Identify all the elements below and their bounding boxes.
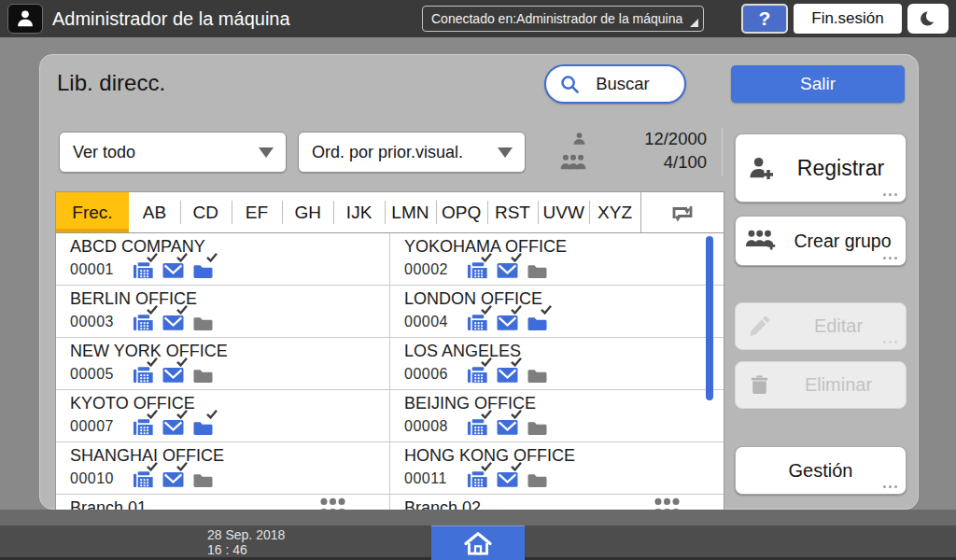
- destination-icons: [467, 364, 548, 384]
- exit-button[interactable]: Salir: [731, 65, 905, 103]
- help-button[interactable]: ?: [741, 4, 788, 34]
- tab-cd[interactable]: CD: [180, 192, 232, 232]
- fax-destination-icon: [467, 259, 488, 279]
- registered-check-icon: [481, 357, 492, 367]
- tab-xyz[interactable]: XYZ: [589, 192, 640, 232]
- tab-rst[interactable]: RST: [487, 192, 539, 232]
- fax-destination-icon: [467, 364, 488, 384]
- registered-check-icon: [176, 462, 188, 471]
- address-entry[interactable]: HONG KONG OFFICE00011: [390, 442, 724, 494]
- registrar-button[interactable]: Registrar: [735, 133, 907, 203]
- registered-check-icon: [147, 410, 158, 419]
- folder-destination-icon: [192, 416, 214, 436]
- entry-count: 12/2000: [644, 129, 707, 149]
- tab-frec[interactable]: Frec.: [56, 192, 129, 232]
- entry-number: 00003: [70, 314, 114, 330]
- exit-label: Salir: [800, 74, 836, 94]
- email-destination-icon: [162, 259, 184, 279]
- registered-check-icon: [481, 410, 492, 419]
- corner-expand-icon: [690, 19, 698, 27]
- address-entry[interactable]: BEIJING OFFICE00008: [390, 390, 724, 441]
- editar-button[interactable]: Editar: [735, 302, 907, 350]
- fax-destination-icon: [467, 469, 488, 488]
- tab-gh[interactable]: GH: [282, 192, 333, 232]
- sort-order-value: Ord. por prior.visual.: [312, 143, 498, 162]
- fax-destination-icon: [133, 364, 154, 384]
- session-dropdown[interactable]: Conectado en:Administrador de la máquina: [422, 6, 704, 32]
- destination-icons: [133, 364, 214, 384]
- view-filter-dropdown[interactable]: Ver todo: [59, 132, 287, 173]
- list-scrollbar[interactable]: [706, 236, 713, 400]
- eliminar-button[interactable]: Eliminar: [735, 361, 907, 409]
- tab-ab[interactable]: AB: [129, 192, 180, 232]
- energy-saver-button[interactable]: [907, 4, 949, 34]
- logout-button[interactable]: Fin.sesión: [794, 4, 902, 34]
- sort-order-dropdown[interactable]: Ord. por prior.visual.: [298, 132, 526, 173]
- fax-destination-icon: [467, 416, 488, 436]
- chevron-down-icon: [259, 147, 274, 158]
- registered-check-icon: [481, 253, 492, 262]
- destination-icons: [467, 469, 548, 488]
- user-badge: [7, 4, 43, 34]
- tab-ijk[interactable]: IJK: [333, 192, 385, 232]
- address-entry[interactable]: LONDON OFFICE00004: [390, 286, 724, 337]
- registered-check-icon: [147, 357, 158, 367]
- entry-number: 00008: [404, 418, 448, 435]
- tab-uvw[interactable]: UVW: [538, 192, 589, 232]
- status-bar: 28 Sep. 2018 16 : 46: [0, 510, 956, 560]
- address-row-partial: Branch 01Branch 02: [56, 495, 724, 511]
- logout-label: Fin.sesión: [811, 9, 883, 28]
- switch-view-button[interactable]: [640, 192, 724, 232]
- address-entry[interactable]: SHANGHAI OFFICE00010: [56, 442, 390, 494]
- group-entry[interactable]: Branch 01: [56, 495, 390, 511]
- tab-lmn[interactable]: LMN: [385, 192, 436, 232]
- single-user-icon: [572, 131, 586, 147]
- address-row: ABCD COMPANY00001YOKOHAMA OFFICE00002: [56, 233, 724, 286]
- trash-icon: [748, 373, 771, 397]
- fax-destination-icon: [133, 259, 154, 279]
- switch-view-icon: [668, 201, 696, 225]
- capacity-counters: 12/2000 4/100: [559, 127, 707, 174]
- gestion-button[interactable]: Gestión: [735, 446, 907, 495]
- address-entry[interactable]: YOKOHAMA OFFICE00002: [390, 233, 724, 285]
- address-entry[interactable]: ABCD COMPANY00001: [56, 233, 390, 285]
- address-entry[interactable]: LOS ANGELES00006: [390, 338, 724, 389]
- action-label: Gestión: [736, 460, 906, 482]
- registered-check-icon: [206, 410, 218, 419]
- group-icon: [317, 497, 348, 511]
- more-options-dots-icon: [883, 193, 897, 196]
- help-label: ?: [759, 7, 771, 30]
- folder-destination-icon: [192, 469, 214, 488]
- entry-number: 00010: [70, 470, 114, 487]
- group-icon: [652, 497, 682, 511]
- registered-check-icon: [481, 305, 492, 315]
- email-destination-icon: [162, 416, 184, 436]
- entry-number: 00002: [404, 261, 448, 278]
- email-destination-icon: [497, 259, 518, 279]
- counter-divider: [722, 128, 723, 176]
- home-icon: [463, 530, 493, 556]
- fax-destination-icon: [133, 469, 154, 488]
- email-destination-icon: [497, 469, 518, 488]
- pencil-icon: [748, 315, 771, 338]
- search-icon: [560, 75, 580, 94]
- more-options-dots-icon: [883, 257, 897, 259]
- group-entry[interactable]: Branch 02: [390, 495, 724, 511]
- tab-ef[interactable]: EF: [232, 192, 283, 232]
- address-row: NEW YORK OFFICE00005LOS ANGELES00006: [56, 338, 724, 390]
- home-button[interactable]: [431, 525, 525, 560]
- email-destination-icon: [497, 312, 518, 331]
- address-entry[interactable]: KYOTO OFFICE00007: [56, 390, 390, 441]
- registered-check-icon: [176, 410, 188, 419]
- folder-destination-icon: [192, 259, 214, 279]
- crear-grupo-button[interactable]: Crear grupo: [735, 216, 907, 266]
- destination-icons: [133, 312, 214, 331]
- user-icon: [16, 9, 35, 28]
- tab-opq[interactable]: OPQ: [436, 192, 487, 232]
- action-label: Crear grupo: [780, 231, 906, 252]
- address-entry[interactable]: NEW YORK OFFICE00005: [56, 338, 390, 389]
- search-button[interactable]: Buscar: [544, 64, 686, 104]
- address-entry[interactable]: BERLIN OFFICE00003: [56, 286, 390, 337]
- email-destination-icon: [162, 364, 184, 384]
- person-plus-icon: [748, 156, 776, 181]
